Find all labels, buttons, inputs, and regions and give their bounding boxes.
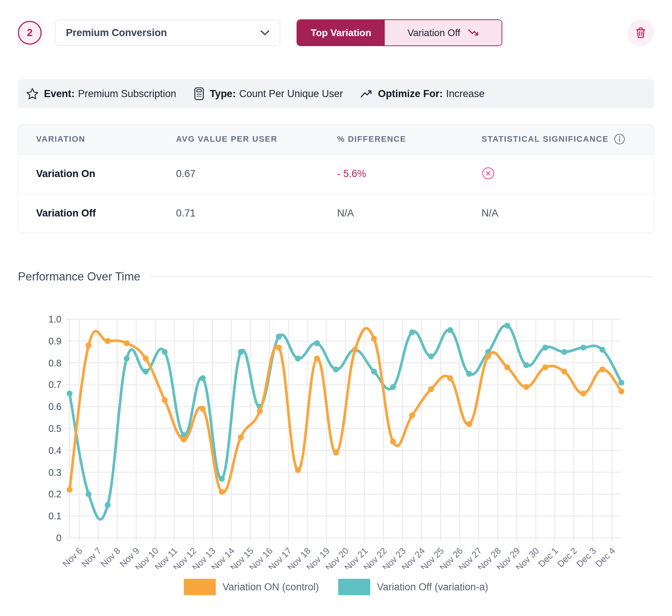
svg-text:0.2: 0.2 <box>48 489 61 499</box>
svg-text:Dec 2: Dec 2 <box>555 545 579 569</box>
metric-select-value: Premium Conversion <box>66 27 167 39</box>
svg-text:0.8: 0.8 <box>48 358 61 368</box>
type-value: Count Per Unique User <box>239 88 343 100</box>
legend-label: Variation ON (control) <box>223 581 319 593</box>
svg-text:Dec 4: Dec 4 <box>593 545 617 569</box>
svg-text:0.1: 0.1 <box>48 511 61 521</box>
metric-select-dropdown[interactable]: Premium Conversion <box>55 20 280 46</box>
toggle-variation-off-label: Variation Off <box>407 27 460 39</box>
chevron-down-icon <box>260 30 269 36</box>
difference-value: N/A <box>337 208 481 219</box>
optimize-info: Optimize For: Increase <box>360 88 485 100</box>
variation-name: Variation On <box>36 168 176 180</box>
legend-swatch <box>184 579 216 595</box>
event-value: Premium Subscription <box>78 88 176 100</box>
title-divider <box>150 276 654 277</box>
performance-chart: 1.00.90.80.70.60.50.40.30.20.10Nov 6Nov … <box>0 305 672 569</box>
table-row-variation-off: Variation Off 0.71 N/A N/A <box>18 193 654 233</box>
star-icon <box>26 88 39 100</box>
metric-header-row: 2 Premium Conversion Top Variation Varia… <box>18 18 654 48</box>
calculator-icon <box>193 87 205 100</box>
experiment-metric-panel: 2 Premium Conversion Top Variation Varia… <box>0 0 672 616</box>
chart-legend: Variation ON (control)Variation Off (var… <box>0 579 672 595</box>
legend-item: Variation ON (control) <box>184 579 319 595</box>
col-variation: VARIATION <box>36 134 176 144</box>
type-label: Type: <box>210 88 236 100</box>
trend-up-icon <box>360 89 373 98</box>
variation-results-table: VARIATION AVG VALUE PER USER % DIFFERENC… <box>18 124 654 233</box>
svg-text:0.6: 0.6 <box>48 401 61 412</box>
col-difference: % DIFFERENCE <box>337 134 481 144</box>
optimize-label: Optimize For: <box>378 88 443 100</box>
optimize-value: Increase <box>446 88 485 100</box>
avg-value: 0.67 <box>176 168 337 180</box>
svg-text:0: 0 <box>56 533 61 543</box>
not-significant-icon <box>481 167 495 180</box>
svg-text:Dec 3: Dec 3 <box>574 545 598 569</box>
delete-metric-button[interactable] <box>627 19 654 46</box>
svg-text:0.9: 0.9 <box>48 336 61 346</box>
avg-value: 0.71 <box>176 208 337 219</box>
chart-title: Performance Over Time <box>18 270 140 283</box>
svg-text:Nov 6: Nov 6 <box>61 545 84 569</box>
svg-text:0.3: 0.3 <box>48 467 61 478</box>
svg-text:0.4: 0.4 <box>48 445 61 456</box>
type-info: Type: Count Per Unique User <box>193 87 343 100</box>
trend-down-icon <box>468 29 479 36</box>
table-row-variation-on: Variation On 0.67 - 5.6% <box>18 154 654 193</box>
svg-text:0.7: 0.7 <box>48 379 61 390</box>
event-label: Event: <box>44 88 75 100</box>
table-header-row: VARIATION AVG VALUE PER USER % DIFFERENC… <box>18 124 654 154</box>
legend-item: Variation Off (variation-a) <box>338 579 488 595</box>
toggle-top-variation[interactable]: Top Variation <box>297 20 385 45</box>
significance-cell <box>481 167 654 182</box>
info-icon[interactable] <box>614 134 625 145</box>
metric-index-badge: 2 <box>18 21 42 45</box>
event-info: Event: Premium Subscription <box>26 88 176 100</box>
chart-title-row: Performance Over Time <box>18 266 654 287</box>
toggle-variation-off[interactable]: Variation Off <box>385 20 502 45</box>
col-avg-value: AVG VALUE PER USER <box>176 134 337 144</box>
legend-swatch <box>338 579 370 595</box>
significance-value: N/A <box>481 208 654 219</box>
metric-info-bar: Event: Premium Subscription Type: Count … <box>18 79 654 108</box>
svg-text:0.5: 0.5 <box>48 423 61 434</box>
variation-name: Variation Off <box>36 208 176 219</box>
variation-toggle: Top Variation Variation Off <box>297 19 502 46</box>
svg-text:1.0: 1.0 <box>48 314 61 324</box>
legend-label: Variation Off (variation-a) <box>377 581 488 593</box>
svg-text:Nov 8: Nov 8 <box>99 545 122 569</box>
difference-value: - 5.6% <box>337 168 481 180</box>
col-significance: STATISTICAL SIGNIFICANCE <box>481 134 654 145</box>
trash-icon <box>634 26 647 39</box>
svg-text:Nov 7: Nov 7 <box>80 545 103 569</box>
svg-text:Dec 1: Dec 1 <box>536 545 560 569</box>
